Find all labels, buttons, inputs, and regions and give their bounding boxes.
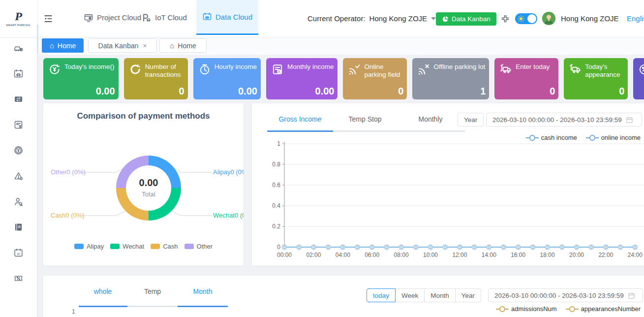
data-kanban-button[interactable]: Data Kanban [436, 12, 496, 26]
sidebar-item-alert-triangle-icon[interactable] [13, 171, 24, 181]
period-button-today[interactable]: today [367, 288, 396, 302]
theme-toggle[interactable] [515, 13, 537, 24]
legend-item-cash[interactable]: Cash [151, 243, 178, 250]
kpi-head: Monthly income [271, 63, 334, 76]
traffic-tab-month[interactable]: Month [193, 287, 213, 295]
svg-text:0: 0 [546, 245, 549, 250]
kpi-card-today-s-appearance: Today's appearance0 [564, 58, 628, 99]
svg-text:0: 0 [277, 244, 280, 251]
brand-symbol: P [15, 10, 22, 22]
svg-text:0: 0 [327, 245, 330, 250]
legend-item-alipay[interactable]: Alipay [74, 243, 104, 250]
kpi-title: Online parking field [364, 63, 403, 79]
current-operator-value: Hong Kong ZOJE [369, 14, 428, 23]
svg-text:0: 0 [400, 245, 402, 250]
kpi-title: Today's appearance [585, 63, 624, 79]
traffic-ytick: 1 [72, 308, 75, 315]
line-marker-icon [496, 306, 509, 312]
legend-item-other[interactable]: Other [184, 243, 213, 250]
kpi-head: Today's appearance [569, 63, 624, 79]
legend-label: Other [197, 243, 213, 250]
kpi-card-hourly-income: Hourly income0.00 [193, 58, 261, 99]
period-button-year[interactable]: Year [455, 288, 481, 302]
svg-text:0: 0 [371, 245, 373, 250]
svg-text:0: 0 [517, 245, 520, 250]
traffic-date-range-input[interactable]: 2026-03-10 00:00:00 - 2026-03-10 23:59:5… [488, 288, 643, 302]
legend-swatch [184, 244, 194, 249]
kpi-title: Offline parking lot [433, 63, 485, 71]
tab-data-kanban[interactable]: Data Kanban× [88, 38, 157, 53]
legend-item-admissionsnum[interactable]: admissionsNum [496, 305, 556, 313]
cycle-icon [129, 63, 142, 76]
accent-strip [37, 25, 38, 54]
nav-iot-cloud[interactable]: IoT Cloud [142, 0, 187, 35]
current-operator-label: Current Operator: [307, 14, 366, 23]
sidebar-item-calendar-30-icon[interactable]: 30 [13, 248, 24, 258]
legend-label: Cash [163, 243, 178, 250]
date-range-value: 2026-03-10 00:00:00 - 2026-03-10 23:59:5… [494, 292, 624, 299]
svg-text:0: 0 [531, 245, 534, 250]
svg-text:10:00: 10:00 [423, 252, 438, 258]
kpi-head: Enter today [499, 63, 554, 76]
toggle-knob [527, 14, 536, 23]
kpi-card-parking-turnover-rate: Parking turnover rate (%)0 [633, 58, 644, 99]
sidebar-item-coin-yen-icon[interactable] [13, 145, 24, 156]
donut-callout-co-alipay: Alipay0 (0%) [213, 168, 244, 176]
legend-item-wechat[interactable]: Wechat [110, 243, 144, 250]
traffic-period-buttons: todayWeekMonthYear [367, 288, 481, 302]
exit-fullscreen-icon[interactable] [501, 14, 510, 23]
tab-home[interactable]: ⌂Home [159, 38, 207, 53]
avatar[interactable] [542, 12, 555, 25]
close-tab-icon[interactable]: × [143, 42, 147, 50]
sidebar-item-invoice-yen-icon[interactable] [13, 120, 24, 130]
sidebar-item-car-gear-icon[interactable] [13, 43, 24, 53]
line-marker-icon [566, 306, 579, 312]
kpi-head: Number of transactions [129, 63, 184, 79]
svg-text:0: 0 [561, 245, 563, 250]
traffic-tab-whole[interactable]: whole [94, 287, 112, 295]
kpi-title: Monthly income [287, 63, 334, 71]
collapse-sidebar-icon[interactable] [43, 14, 53, 24]
sidebar: 30 [0, 37, 37, 317]
donut-callout-co-cash: Cash0 (0%) [51, 212, 85, 219]
kpi-title: Enter today [516, 63, 550, 71]
sidebar-item-person-search-icon[interactable] [13, 196, 24, 207]
nav-data-cloud[interactable]: Data Cloud [196, 0, 258, 35]
period-button-month[interactable]: Month [424, 288, 456, 302]
traffic-panel: wholeTempMonth todayWeekMonthYear 2026-0… [43, 276, 644, 317]
donut-total-label: Total [116, 190, 181, 198]
clock-icon [198, 63, 211, 76]
language-link[interactable]: English [627, 14, 644, 23]
current-operator[interactable]: Current Operator: Hong Kong ZOJE [307, 0, 436, 37]
kpi-value: 0.00 [96, 86, 115, 97]
legend-label: Alipay [87, 243, 104, 250]
tab-home[interactable]: ⌂Home [42, 38, 84, 53]
legend-label: Wechat [123, 243, 144, 250]
legend-label: admissionsNum [511, 305, 556, 313]
svg-text:16:00: 16:00 [511, 252, 525, 258]
income-panel: Gross IncomeTemp StopMonthly Year 2026-0… [252, 103, 644, 266]
nav-project-cloud[interactable]: Project Cloud [84, 0, 141, 35]
tab-underline-blue [178, 306, 228, 307]
kpi-value: 0 [179, 86, 184, 97]
traffic-legend: admissionsNumappearancesNumber [496, 305, 641, 313]
sidebar-item-notebook-icon[interactable] [13, 222, 24, 232]
svg-text:0: 0 [283, 245, 285, 250]
kpi-card-online-parking-field: Online parking field0 [343, 58, 407, 99]
period-button-week[interactable]: Week [395, 288, 425, 302]
svg-text:1: 1 [277, 140, 280, 147]
legend-item-appearancesnumber[interactable]: appearancesNumber [566, 305, 641, 313]
svg-text:18:00: 18:00 [540, 252, 555, 258]
donut-callout-co-other: Other0 (0%) [51, 168, 86, 176]
refresh-yen-icon [48, 63, 61, 76]
svg-text:0: 0 [429, 245, 431, 250]
svg-text:0: 0 [356, 245, 359, 250]
sidebar-item-coupon-percent-icon[interactable] [13, 273, 24, 284]
sidebar-item-calendar-car-icon[interactable] [13, 68, 24, 79]
traffic-tab-temp[interactable]: Temp [144, 287, 161, 295]
svg-text:06:00: 06:00 [365, 252, 379, 258]
user-name[interactable]: Hong Kong ZOJE [561, 14, 619, 23]
sidebar-item-card-transfer-icon[interactable] [13, 94, 24, 104]
brand-logo: P SMART PARKING [0, 0, 37, 37]
svg-text:12:00: 12:00 [452, 252, 467, 258]
